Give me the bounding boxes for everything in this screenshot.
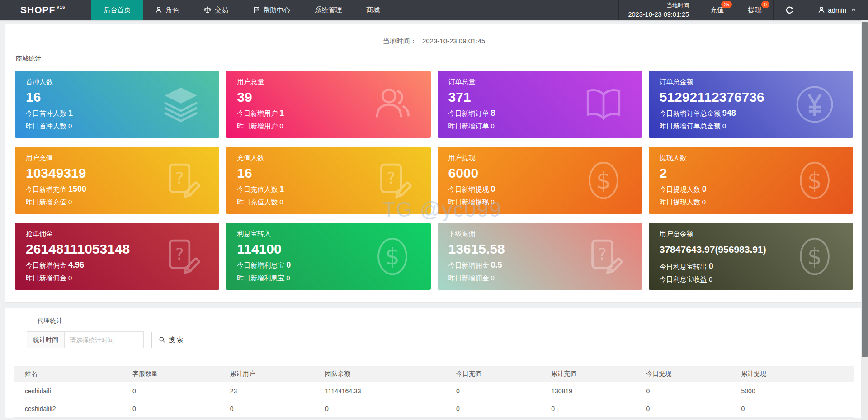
agent-filter-row: 统计时间 搜 索 xyxy=(27,331,841,348)
stat-time-input[interactable] xyxy=(65,331,144,348)
page-local-time-label: 当地时间： xyxy=(383,37,417,45)
nav-item-系统管理[interactable]: 系统管理 xyxy=(302,0,354,20)
agent-table-header-row: 姓名客服数量累计用户团队余额今日充值累计充值今日提现累计提现 xyxy=(14,366,854,382)
stat-card-yesterday: 昨日新增佣金0 xyxy=(26,274,165,283)
nav-item-交易[interactable]: 交易 xyxy=(191,0,241,20)
svg-text:$: $ xyxy=(385,243,399,270)
table-cell: 0 xyxy=(737,418,854,418)
stat-card-value: 13615.58 xyxy=(448,241,588,257)
stat-card-value: 16 xyxy=(237,165,376,181)
stat-card-value: 10349319 xyxy=(26,165,165,181)
svg-text:?: ? xyxy=(387,169,395,187)
stat-card-today: 今日新增提现0 xyxy=(448,184,588,194)
stat-card-title: 用户提现 xyxy=(448,154,588,162)
table-cell: ceshidaili xyxy=(14,382,128,400)
stat-card-today: 今日新增利息宝0 xyxy=(237,260,376,270)
withdraw-label: 提现 xyxy=(748,6,761,14)
user-icon xyxy=(818,6,825,14)
table-cell: 0 xyxy=(452,382,547,400)
nav-item-商城[interactable]: 商城 xyxy=(354,0,392,20)
stat-card-yesterday: 昨日首冲人数0 xyxy=(26,122,165,131)
stat-card-yesterday: 昨日新增用户0 xyxy=(237,122,376,131)
doc-icon: ? xyxy=(160,235,202,278)
table-cell: 130819 xyxy=(547,382,642,400)
table-cell: 11144164.33 xyxy=(321,382,452,400)
table-cell: 23 xyxy=(226,382,321,400)
nav-item-label: 后台首页 xyxy=(104,6,131,14)
table-cell: 5000 xyxy=(737,382,854,400)
username-label: admin xyxy=(828,6,846,14)
table-cell: 0 xyxy=(226,400,321,418)
stat-card-value: 39 xyxy=(237,90,376,105)
doc-icon: ? xyxy=(160,159,202,202)
refresh-button[interactable] xyxy=(773,0,806,20)
table-cell: 0 xyxy=(128,382,226,400)
svg-text:$: $ xyxy=(807,167,822,194)
stat-card: 用户提现 6000 今日新增提现0 昨日新增提现0 $ xyxy=(438,147,642,214)
page-local-time: 当地时间： 2023-10-23 09:01:45 xyxy=(15,37,853,46)
recharge-badge: 25 xyxy=(721,1,732,8)
page-local-time-value: 2023-10-23 09:01:45 xyxy=(422,37,485,45)
dollar-icon: $ xyxy=(371,235,414,278)
app-logo: SHOPF V16 xyxy=(0,0,91,20)
chevron-up-icon xyxy=(851,7,856,13)
nav-item-label: 系统管理 xyxy=(315,6,342,14)
stat-card-yesterday: 昨日提现人数0 xyxy=(660,198,799,207)
agent-table-header: 累计充值 xyxy=(547,366,642,382)
nav-item-后台首页[interactable]: 后台首页 xyxy=(91,0,143,20)
stat-card-today: 今日提现人数0 xyxy=(660,184,799,194)
stat-card-yesterday: 昨日新增订单总金额0 xyxy=(660,122,799,131)
table-row: ceshidalili20000000 xyxy=(14,400,854,418)
stat-card-title: 用户总余额 xyxy=(660,230,799,238)
table-row: a000010000000 xyxy=(14,418,854,418)
top-navbar: SHOPF V16 后台首页 角色 交易 帮助中心 系统管理 商城 当地时间 2… xyxy=(0,0,868,20)
layers-icon xyxy=(160,83,202,126)
stat-card-today: 今日新增佣金4.96 xyxy=(26,260,165,270)
nav-item-label: 帮助中心 xyxy=(263,6,290,14)
table-cell: ceshidalili2 xyxy=(14,400,128,418)
table-cell: 0 xyxy=(226,418,321,418)
user-menu[interactable]: admin xyxy=(806,0,868,20)
dollar-icon: $ xyxy=(793,235,836,278)
search-button[interactable]: 搜 索 xyxy=(151,332,190,348)
agent-table-header: 团队余额 xyxy=(321,366,452,382)
stat-card: 订单总量 371 今日新增订单8 昨日新增订单0 xyxy=(438,71,642,138)
page-scrollbar[interactable] xyxy=(861,20,868,420)
stat-card-yesterday: 昨日充值人数0 xyxy=(237,198,376,207)
agent-table: 姓名客服数量累计用户团队余额今日充值累计充值今日提现累计提现 ceshidail… xyxy=(14,366,854,418)
nav-item-帮助中心[interactable]: 帮助中心 xyxy=(241,0,302,20)
stat-card-value: 6000 xyxy=(448,165,588,181)
stat-card-today: 今日新增充值1500 xyxy=(26,184,165,194)
stat-card-title: 下级返佣 xyxy=(448,230,588,238)
local-time-label: 当地时间 xyxy=(666,2,689,9)
withdraw-button[interactable]: 提现 0 xyxy=(736,0,773,20)
stat-card-title: 用户充值 xyxy=(26,154,165,162)
search-button-label: 搜 索 xyxy=(169,336,183,344)
stat-card-today: 今日利息宝转出0 xyxy=(660,262,799,271)
agent-stats-fieldset: 代理统计 统计时间 搜 索 xyxy=(19,317,849,358)
recharge-button[interactable]: 充值 25 xyxy=(698,0,736,20)
yen-icon xyxy=(793,83,836,126)
stat-card-title: 提现人数 xyxy=(660,154,799,162)
dollar-icon: $ xyxy=(582,159,625,202)
scrollbar-thumb[interactable] xyxy=(862,22,868,357)
stat-card-today: 今日新增订单总金额948 xyxy=(660,109,799,118)
stat-card: 抢单佣金 26148111053148 今日新增佣金4.96 昨日新增佣金0 ? xyxy=(15,223,219,290)
agent-table-header: 累计用户 xyxy=(226,366,321,382)
stat-card: 利息宝转入 114100 今日新增利息宝0 昨日新增利息宝0 $ xyxy=(226,223,430,290)
table-cell: 0 xyxy=(547,418,642,418)
stat-card-title: 订单总金额 xyxy=(660,78,799,86)
table-cell: 0 xyxy=(642,418,736,418)
table-cell: 0 xyxy=(321,400,452,418)
stat-card: 用户总余额 37847643.97(956983.91) 今日利息宝转出0 今日… xyxy=(649,223,853,290)
table-cell: 0 xyxy=(321,418,452,418)
stat-card-value: 26148111053148 xyxy=(26,241,165,257)
stat-card-value: 2 xyxy=(660,165,799,181)
table-row: ceshidaili02311144164.33013081905000 xyxy=(14,382,854,400)
table-cell: 0 xyxy=(452,418,547,418)
stat-card-yesterday: 昨日新增订单0 xyxy=(448,122,588,131)
svg-text:?: ? xyxy=(598,245,606,263)
nav-item-角色[interactable]: 角色 xyxy=(143,0,191,20)
table-cell: 0 xyxy=(452,400,547,418)
stat-card-title: 订单总量 xyxy=(448,78,588,86)
